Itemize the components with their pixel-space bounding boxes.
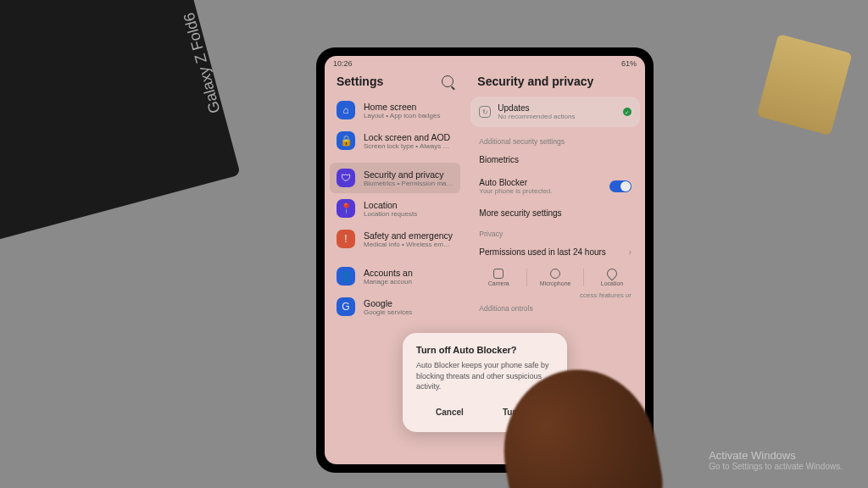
watermark-line1: Activate Windows xyxy=(709,449,843,462)
product-box: Galaxy Z Fold6 xyxy=(0,0,241,241)
watermark-line2: Go to Settings to activate Windows. xyxy=(709,462,843,471)
box-brand-text: Galaxy Z Fold6 xyxy=(181,11,225,115)
cancel-button[interactable]: Cancel xyxy=(427,404,472,420)
windows-watermark: Activate Windows Go to Settings to activ… xyxy=(709,449,843,471)
wooden-object xyxy=(757,34,853,136)
dialog-title: Turn off Auto Blocker? xyxy=(416,345,554,355)
